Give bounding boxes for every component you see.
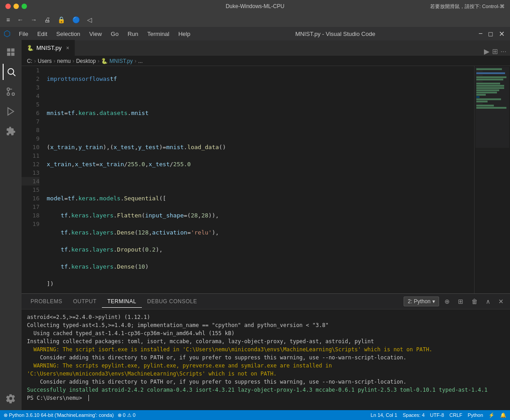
code-body[interactable]: improt tensorflow as tf mnist = tf.keras… [43,66,474,293]
sidebar-toggle-icon[interactable]: ≡ [4,15,12,24]
terminal-line-6: Consider adding this directory to PATH o… [27,378,505,386]
svg-point-0 [8,69,14,75]
line-col-text: Ln 14, Col 1 [371,412,397,418]
forward-icon[interactable]: → [29,15,39,24]
activity-settings[interactable] [3,390,19,407]
vscode-logo: ⬡ [4,29,11,39]
panel-tab-terminal[interactable]: TERMINAL [102,296,142,308]
window-minimize-icon[interactable]: − [477,29,484,39]
new-terminal-icon[interactable]: ⊕ [442,297,453,306]
menu-terminal[interactable]: Terminal [144,29,173,39]
lock-icon[interactable]: 🔒 [56,15,67,24]
status-branch[interactable]: ⊗ Python 3.6.10 64-bit ('MachineLearning… [4,412,114,418]
status-line-ending[interactable]: CRLF [449,412,462,418]
terminal-line-2: Collecting typed-ast<1.5,>=1.4.0; implem… [27,321,505,329]
svg-point-4 [7,93,10,96]
maximize-button[interactable] [22,4,27,9]
warning-count: 0 [133,412,136,418]
activity-explorer[interactable] [3,44,19,60]
svg-point-2 [7,88,10,91]
minimap[interactable] [474,66,510,293]
editor-title: MNIST.py - Visual Studio Code [196,31,475,37]
toolbar: ≡ ← → 🖨 🔒 🔵 ◁ [0,13,510,27]
tab-mnist[interactable]: 🐍 MNIST.py × [22,40,75,56]
window-title: Duke-Windows-ML-CPU [226,3,285,9]
editor-area: 🐍 MNIST.py × ▶ ⊞ ··· C: › Users › nemu ›… [22,40,510,410]
language-text: Python [468,412,483,418]
panel-tab-problems[interactable]: PROBLEMS [25,296,68,307]
menu-go[interactable]: Go [107,29,122,39]
terminal-line-5: Consider adding this directory to PATH o… [27,354,505,362]
code-editor[interactable]: 12345 678910 11121314 1516171819 improt … [22,66,510,293]
terminal-content[interactable]: astroid<=2.5,>=2.4.0->pylint) (1.12.1) C… [22,309,510,410]
terminal-prompt[interactable]: PS C:\Users\nemu> [27,394,505,402]
menu-selection[interactable]: Selection [53,29,84,39]
close-panel-icon[interactable]: ✕ [496,297,506,306]
svg-line-1 [13,74,15,76]
terminal-line-3: Using cached typed_ast-1.4.1-cp36-cp36m-… [27,329,505,337]
minimize-button[interactable] [13,4,19,9]
error-count: 0 [123,412,126,418]
line-ending-text: CRLF [449,412,462,418]
run-icon[interactable]: ▶ [484,47,489,56]
status-language[interactable]: Python [468,412,483,418]
status-errors[interactable]: ⊗ 0 ⚠ 0 [118,412,136,418]
window-close-icon[interactable]: ✕ [497,29,506,39]
main-layout: 🐍 MNIST.py × ▶ ⊞ ··· C: › Users › nemu ›… [0,40,510,410]
status-remote[interactable]: ⚡ [488,412,495,418]
title-bar: Duke-Windows-ML-CPU 若要放開滑鼠，請按下: Control-… [0,0,510,13]
breadcrumb-file[interactable]: 🐍 MNIST.py [101,58,132,64]
window-restore-icon[interactable]: ◻ [486,29,495,38]
panel: PROBLEMS OUTPUT TERMINAL DEBUG CONSOLE 2… [22,293,510,410]
terminal-line-4: Installing collected packages: toml, iso… [27,337,505,345]
menu-file[interactable]: File [15,29,32,39]
breadcrumb-users[interactable]: Users [38,58,52,64]
status-right: Ln 14, Col 1 Spaces: 4 UTF-8 CRLF Python… [371,412,506,418]
bluetooth-icon[interactable]: 🔵 [70,15,82,24]
activity-extensions[interactable] [3,123,19,139]
activity-debug[interactable] [3,103,19,119]
status-encoding[interactable]: UTF-8 [430,412,444,418]
keyboard-hint: 若要放開滑鼠，請按下: Control-⌘ [430,3,505,10]
activity-scm[interactable] [3,84,19,100]
more-actions-icon[interactable]: ··· [501,48,506,56]
status-spaces[interactable]: Spaces: 4 [403,412,425,418]
status-line-col[interactable]: Ln 14, Col 1 [371,412,397,418]
svg-marker-7 [8,108,14,115]
menu-edit[interactable]: Edit [34,29,51,39]
panel-tabs: PROBLEMS OUTPUT TERMINAL DEBUG CONSOLE 2… [22,294,510,309]
chevron-down-icon: ▾ [432,298,435,305]
breadcrumb-desktop[interactable]: Desktop [76,58,96,64]
activity-bar [0,40,22,410]
split-editor-icon[interactable]: ⊞ [492,47,498,56]
terminal-success: Successfully installed astroid-2.4.2 col… [27,386,505,394]
maximize-panel-icon[interactable]: ∧ [483,297,493,306]
status-notifications[interactable]: 🔔 [500,412,506,418]
panel-tab-output[interactable]: OUTPUT [68,296,102,307]
status-python-env[interactable]: Python 3.6.10 64-bit ('MachineLearning':… [9,412,114,418]
breadcrumb-nemu[interactable]: nemu [57,58,70,64]
arrow-left-icon[interactable]: ◁ [85,15,94,24]
traffic-lights [5,4,27,9]
menu-run[interactable]: Run [124,29,142,39]
print-icon[interactable]: 🖨 [42,15,52,24]
close-button[interactable] [5,4,11,9]
back-icon[interactable]: ← [15,15,25,24]
panel-actions: 2: Python ▾ ⊕ ⊞ 🗑 ∧ ✕ [404,296,506,306]
menu-view[interactable]: View [86,29,106,39]
menu-help[interactable]: Help [175,29,194,39]
menu-bar: ⬡ File Edit Selection View Go Run Termin… [0,27,510,40]
breadcrumb-c[interactable]: C: [27,58,32,64]
line-numbers: 12345 678910 11121314 1516171819 [22,66,43,293]
activity-search[interactable] [3,64,19,80]
tab-close-icon[interactable]: × [66,45,69,51]
breadcrumb-more[interactable]: ... [138,58,143,64]
panel-tab-debug[interactable]: DEBUG CONSOLE [142,296,202,307]
terminal-selector[interactable]: 2: Python ▾ [404,296,439,306]
trash-icon[interactable]: 🗑 [469,297,480,306]
warning-icon: ⚠ [127,412,132,418]
terminal-name: 2: Python [408,298,431,305]
breadcrumb: C: › Users › nemu › Desktop › 🐍 MNIST.py… [22,56,510,66]
status-bar: ⊗ Python 3.6.10 64-bit ('MachineLearning… [0,410,510,420]
split-terminal-icon[interactable]: ⊞ [455,297,466,306]
